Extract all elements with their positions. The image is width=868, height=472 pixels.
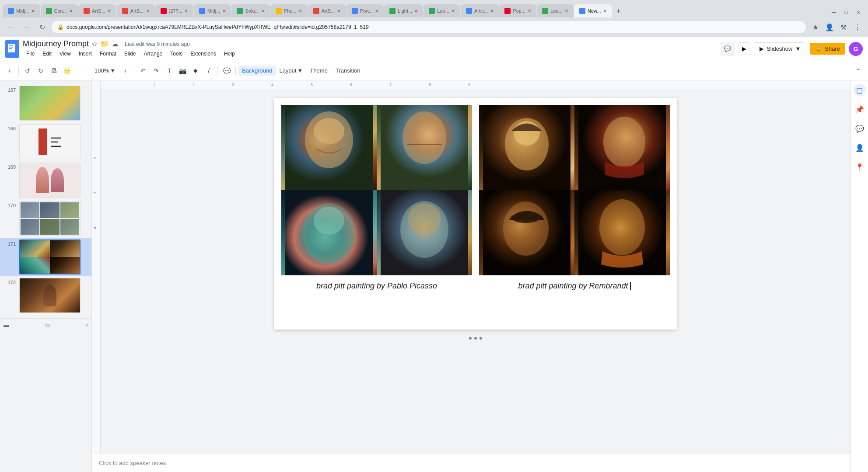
zoom-out-button[interactable]: − bbox=[79, 65, 91, 77]
collapse-toolbar-button[interactable]: ⌃ bbox=[852, 65, 864, 77]
zoom-dropdown[interactable]: 100% ▼ bbox=[92, 66, 118, 76]
slide-thumbnail-168[interactable]: ▬▬▬▬▬▬▬▬ bbox=[19, 124, 80, 159]
slide-item-167[interactable]: 167 bbox=[0, 84, 91, 122]
close-button[interactable]: × bbox=[853, 7, 864, 17]
tab-con[interactable]: Con... × bbox=[41, 4, 78, 17]
tab-close-icon[interactable]: × bbox=[375, 8, 378, 14]
sidebar-people-icon[interactable]: 👤 bbox=[854, 142, 866, 154]
speaker-notes-bar[interactable]: Click to add speaker notes bbox=[92, 454, 850, 472]
folder-icon[interactable]: 📁 bbox=[100, 40, 109, 48]
rembrandt-caption[interactable]: brad pitt painting by Rembrandt bbox=[518, 279, 630, 293]
redo-button[interactable]: ↻ bbox=[35, 65, 47, 77]
tab-lea[interactable]: Lea... × bbox=[537, 4, 574, 17]
comment-icon[interactable]: 💬 bbox=[721, 42, 735, 56]
back-button[interactable]: ← bbox=[4, 21, 17, 33]
shape-tool[interactable]: ⯁ bbox=[189, 65, 202, 77]
slide-thumbnail-170[interactable] bbox=[19, 201, 80, 236]
tab-close-icon[interactable]: × bbox=[185, 8, 188, 14]
menu-insert[interactable]: Insert bbox=[75, 49, 95, 58]
slide-item-170[interactable]: 170 bbox=[0, 199, 91, 238]
present-button[interactable]: ▶ bbox=[738, 42, 750, 55]
doc-title[interactable]: Midjourney Prompt bbox=[23, 39, 89, 49]
menu-help[interactable]: Help bbox=[220, 49, 238, 58]
tab-pho[interactable]: Pho... × bbox=[270, 4, 308, 17]
sidebar-keep-icon[interactable]: 📌 bbox=[854, 103, 866, 115]
slide-item-172[interactable]: 172 bbox=[0, 276, 91, 315]
transition-button[interactable]: Transition bbox=[332, 66, 364, 76]
slide-item-171[interactable]: 171 bbox=[0, 238, 91, 276]
tab-pinterest[interactable]: (277... × bbox=[155, 4, 193, 17]
tab-new-active[interactable]: New... × bbox=[574, 4, 612, 17]
user-avatar[interactable]: G bbox=[849, 42, 863, 56]
slide-item-168[interactable]: 168 ▬▬▬▬▬▬▬▬ bbox=[0, 122, 91, 161]
menu-icon[interactable]: ⋮ bbox=[851, 21, 864, 33]
comment-btn[interactable]: 💬 bbox=[220, 65, 233, 77]
menu-slide[interactable]: Slide bbox=[121, 49, 140, 58]
menu-file[interactable]: File bbox=[23, 49, 38, 58]
bookmarks-icon[interactable]: ★ bbox=[809, 21, 822, 33]
tab-close-icon[interactable]: × bbox=[31, 8, 35, 14]
picasso-caption[interactable]: brad pitt painting by Pablo Picasso bbox=[316, 279, 437, 293]
slide-thumbnail-167[interactable] bbox=[19, 86, 80, 121]
collapse-panel-button[interactable]: ‹ bbox=[86, 322, 88, 328]
tab-arts1[interactable]: ArtS... × bbox=[78, 4, 116, 17]
tab-close-icon[interactable]: × bbox=[146, 8, 149, 14]
tab-pop[interactable]: Pop... × bbox=[499, 4, 536, 17]
tab-midjourney-1[interactable]: Midj... × bbox=[3, 4, 40, 17]
menu-view[interactable]: View bbox=[56, 49, 74, 58]
tab-lan[interactable]: Lan... × bbox=[424, 4, 460, 17]
slide-item-169[interactable]: 169 bbox=[0, 161, 91, 199]
print-button[interactable]: 🖶 bbox=[48, 65, 60, 77]
tab-arts3[interactable]: ArtS... × bbox=[308, 4, 346, 17]
tab-close-icon[interactable]: × bbox=[69, 8, 73, 14]
grid-view-button[interactable]: ▬ bbox=[4, 322, 9, 328]
slideshow-button[interactable]: ▶ Slideshow ▼ bbox=[754, 42, 806, 55]
tab-close-icon[interactable]: × bbox=[299, 8, 302, 14]
star-icon[interactable]: ☆ bbox=[91, 40, 98, 48]
share-button[interactable]: 🔒 Share bbox=[810, 43, 845, 55]
menu-format[interactable]: Format bbox=[96, 49, 120, 58]
theme-button[interactable]: Theme bbox=[306, 66, 331, 76]
tab-solu[interactable]: Solu... × bbox=[231, 4, 270, 17]
tab-close-icon[interactable]: × bbox=[452, 8, 455, 14]
menu-tools[interactable]: Tools bbox=[167, 49, 186, 58]
refresh-button[interactable]: ↻ bbox=[36, 21, 48, 33]
slide-thumbnail-172[interactable] bbox=[19, 278, 80, 313]
tab-close-icon[interactable]: × bbox=[261, 8, 265, 14]
profile-icon[interactable]: 👤 bbox=[823, 21, 836, 33]
menu-extensions[interactable]: Extensions bbox=[187, 49, 220, 58]
sidebar-comments-icon[interactable]: 💬 bbox=[854, 122, 866, 135]
sidebar-slides-icon[interactable]: ▢ bbox=[854, 84, 866, 96]
menu-arrange[interactable]: Arrange bbox=[140, 49, 166, 58]
minimize-button[interactable]: ─ bbox=[829, 7, 839, 17]
tab-close-icon[interactable]: × bbox=[565, 8, 568, 14]
tab-close-icon[interactable]: × bbox=[222, 8, 226, 14]
background-button[interactable]: Background bbox=[238, 66, 276, 76]
tab-close-icon[interactable]: × bbox=[337, 8, 340, 14]
sidebar-maps-icon[interactable]: 📍 bbox=[854, 161, 866, 173]
url-bar[interactable]: 🔒 docs.google.com/presentation/d/1wugxrc… bbox=[52, 21, 806, 33]
slide-thumbnail-169[interactable] bbox=[19, 163, 80, 198]
tab-midj2[interactable]: Midj... × bbox=[194, 4, 231, 17]
text-tool[interactable]: T bbox=[163, 65, 175, 77]
tab-light[interactable]: Light... × bbox=[384, 4, 423, 17]
tab-arts2[interactable]: ArtS... × bbox=[117, 4, 155, 17]
tab-close-icon[interactable]: × bbox=[603, 8, 607, 14]
zoom-in-button[interactable]: + bbox=[119, 65, 131, 77]
paint-format-button[interactable]: 🌝 bbox=[61, 65, 73, 77]
tab-port[interactable]: Port... × bbox=[346, 4, 384, 17]
tab-close-icon[interactable]: × bbox=[528, 8, 531, 14]
tab-close-icon[interactable]: × bbox=[414, 8, 418, 14]
slide-thumbnail-171[interactable] bbox=[19, 239, 80, 274]
layout-dropdown[interactable]: Layout ▼ bbox=[277, 66, 306, 76]
extensions-icon[interactable]: ⚒ bbox=[837, 21, 850, 33]
menu-edit[interactable]: Edit bbox=[39, 49, 55, 58]
add-button[interactable]: + bbox=[4, 65, 16, 77]
select-tool[interactable]: ↷ bbox=[150, 65, 162, 77]
tab-close-icon[interactable]: × bbox=[490, 8, 494, 14]
tab-close-icon[interactable]: × bbox=[108, 8, 111, 14]
cloud-icon[interactable]: ☁ bbox=[112, 40, 119, 48]
line-tool[interactable]: / bbox=[203, 65, 215, 77]
tab-artic[interactable]: Artic... × bbox=[461, 4, 499, 17]
list-view-button[interactable]: ▭ bbox=[45, 322, 50, 328]
